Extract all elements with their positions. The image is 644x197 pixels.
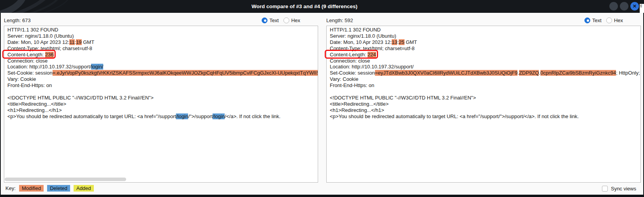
right-response-pane[interactable]: HTTP/1.1 302 FOUNDServer: nginx/1.18.0 (…	[326, 26, 641, 183]
right-pane-header: Length: 592 TextHex	[326, 16, 641, 24]
response-line: <p>You should be redirected automaticall…	[7, 113, 318, 120]
diff-mod-segment: 0cpnRlpZCai9bSBzmRyiGznkc94	[540, 70, 616, 76]
text-segment: HTTP/1.1 302 FOUND	[7, 27, 58, 33]
diff-mod-segment: =.eJyrVopPy0kszkgtVrKKrlZSKAFSSrmpxcWJ6a…	[53, 70, 318, 76]
key-modified-swatch: Modified	[19, 185, 44, 192]
diff-mod-segment: 19	[76, 39, 81, 45]
response-line: HTTP/1.1 302 FOUND	[330, 27, 640, 33]
text-segment: GMT	[82, 39, 95, 45]
response-line: Connection: close	[7, 58, 318, 64]
response-line: <title>Redirecting...</title>	[330, 101, 640, 107]
key-added-swatch: Added	[74, 185, 94, 192]
response-line: Vary: Cookie	[330, 76, 640, 82]
radio-icon	[262, 17, 267, 23]
hex-view-radio[interactable]: Hex	[283, 17, 300, 23]
right-length-label: Length: 592	[326, 17, 353, 23]
response-line: Set-Cookie: session=.eJyrVopPy0kszkgtVrK…	[7, 70, 318, 76]
response-line: <!DOCTYPE HTML PUBLIC "-//W3C//DTD HTML …	[7, 95, 318, 101]
text-view-radio[interactable]: Text	[584, 17, 602, 23]
radio-label: Text	[592, 17, 602, 23]
text-segment: <p>You should be redirected automaticall…	[330, 113, 579, 119]
diff-mod-segment: 11	[69, 39, 75, 45]
text-segment: /</a>. If not click the link.	[225, 113, 280, 119]
text-segment: Front-End-Https: on	[7, 82, 52, 88]
diff-del-segment: /login	[176, 113, 188, 119]
text-segment: Date: Mon, 10 Apr 2023 12:	[7, 39, 69, 45]
content-length-annotation-right	[325, 50, 378, 59]
radio-icon	[584, 17, 590, 23]
response-line: <h1>Redirecting...</h1>	[330, 107, 640, 113]
text-segment: <p>You should be redirected automaticall…	[7, 113, 176, 119]
title-bar: Word compare of #3 and #4 (9 differences…	[0, 0, 644, 13]
diff-del-segment: login/	[91, 64, 103, 70]
wallpaper-dragon-decoration	[0, 0, 82, 13]
response-line: Server: nginx/1.18.0 (Ubuntu)	[330, 33, 640, 39]
text-segment: <!DOCTYPE HTML PUBLIC "-//W3C//DTD HTML …	[7, 95, 153, 101]
text-segment: GMT	[405, 39, 417, 45]
response-line: HTTP/1.1 302 FOUND	[7, 27, 318, 33]
text-segment: Set-Cookie: session	[7, 70, 53, 76]
radio-label: Hex	[614, 17, 623, 23]
minimize-button[interactable]	[609, 2, 618, 10]
response-line: Front-End-Https: on	[7, 82, 318, 89]
close-button[interactable]: ✕	[630, 2, 639, 10]
response-line: <h1>Redirecting...</h1>	[7, 107, 318, 113]
response-line: Connection: close	[330, 58, 640, 64]
horizontal-scrollbar[interactable]	[5, 178, 126, 181]
text-segment: Server: nginx/1.18.0 (Ubuntu)	[330, 33, 396, 39]
text-segment: Location: http://10.10.197.32/support/	[7, 64, 91, 70]
diff-mod-segment: =eyJTdXBwb3J0QXV0aCI6IlRydWUiLCJTdXBwb3J…	[375, 70, 518, 76]
radio-label: Text	[269, 17, 279, 23]
response-line: Date: Mon, 10 Apr 2023 12:13:25 GMT	[330, 39, 640, 45]
background-fragment-text: tl	[640, 4, 642, 8]
left-response-pane[interactable]: HTTP/1.1 302 FOUNDServer: nginx/1.18.0 (…	[4, 26, 318, 183]
diff-mod-segment: 25	[399, 39, 404, 45]
right-view-radio-group: TextHex	[584, 17, 623, 23]
response-line: Date: Mon, 10 Apr 2023 12:11:19 GMT	[7, 39, 318, 45]
response-line: Location: http://10.10.197.32/support/lo…	[7, 64, 318, 70]
left-view-radio-group: TextHex	[262, 17, 300, 23]
close-icon: ✕	[633, 4, 637, 9]
radio-icon	[606, 17, 612, 23]
sync-views-label: Sync views	[611, 186, 636, 192]
response-line	[330, 89, 640, 95]
text-segment: <title>Redirecting...</title>	[7, 101, 66, 107]
window-edge-left	[0, 13, 1, 197]
content-length-annotation-left	[2, 50, 56, 59]
diff-del-segment: /login	[213, 113, 225, 119]
key-label: Key:	[5, 185, 16, 191]
response-line: Vary: Cookie	[7, 76, 318, 82]
text-segment: <h1>Redirecting...</h1>	[7, 107, 62, 113]
diff-key-legend: Key: Modified Deleted Added	[5, 185, 94, 192]
text-segment: Front-End-Https: on	[330, 82, 374, 88]
text-segment: /">/support	[188, 113, 213, 119]
sync-views-checkbox[interactable]	[602, 186, 608, 192]
maximize-button[interactable]	[620, 2, 628, 10]
text-segment: HTTP/1.1 302 FOUND	[330, 27, 381, 33]
text-segment: <title>Redirecting...</title>	[330, 101, 389, 107]
text-segment: Vary: Cookie	[7, 76, 36, 82]
text-segment: ; HttpOnly; Pat	[616, 70, 641, 76]
window-edge-bottom	[0, 195, 644, 197]
text-segment: Date: Mon, 10 Apr 2023 12:	[330, 39, 392, 45]
text-segment: Server: nginx/1.18.0 (Ubuntu)	[7, 33, 74, 39]
text-segment: Location: http://10.10.197.32/support/	[330, 64, 413, 70]
key-deleted-swatch: Deleted	[47, 185, 70, 192]
text-segment: Set-Cookie: session	[330, 70, 375, 76]
text-segment: Vary: Cookie	[330, 76, 358, 82]
radio-icon	[283, 17, 289, 23]
text-segment: <!DOCTYPE HTML PUBLIC "-//W3C//DTD HTML …	[330, 95, 476, 101]
left-length-label: Length: 673	[4, 17, 31, 23]
compare-window: Word compare of #3 and #4 (9 differences…	[0, 0, 644, 197]
text-view-radio[interactable]: Text	[262, 17, 279, 23]
window-controls: ✕	[609, 2, 639, 10]
response-line: Front-End-Https: on	[330, 82, 640, 89]
response-line: Server: nginx/1.18.0 (Ubuntu)	[7, 33, 318, 39]
response-line: <p>You should be redirected automaticall…	[330, 113, 640, 120]
window-title: Word compare of #3 and #4 (9 differences…	[252, 3, 392, 9]
radio-label: Hex	[291, 17, 300, 23]
response-line: <!DOCTYPE HTML PUBLIC "-//W3C//DTD HTML …	[330, 95, 640, 101]
diff-mod-segment: 13	[392, 39, 397, 45]
hex-view-radio[interactable]: Hex	[606, 17, 623, 23]
diff-mod-segment: ZDP9ZQ	[519, 70, 539, 76]
